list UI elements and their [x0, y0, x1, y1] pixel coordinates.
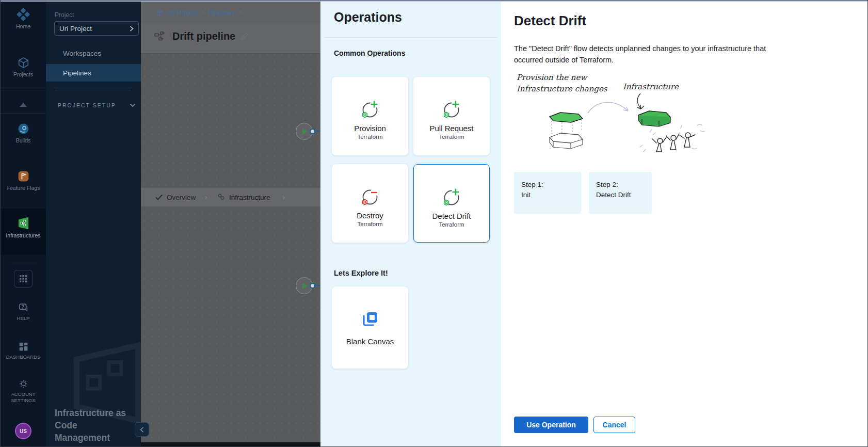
sidebar-divider — [1, 113, 46, 114]
gear-icon — [18, 378, 29, 389]
project-setup-label: PROJECT SETUP — [58, 102, 116, 108]
breadcrumb-pipelines[interactable]: Pipelines — [208, 9, 235, 17]
cancel-button[interactable]: Cancel — [593, 417, 635, 433]
play-icon — [302, 283, 308, 289]
chevron-down-icon — [130, 103, 136, 107]
sidebar-item-account-settings[interactable]: ACCOUNT SETTINGS — [1, 378, 46, 404]
detail-description: The "Detect Drift" flow detects unplanne… — [514, 43, 795, 66]
infrastructure-hexagon — [638, 111, 670, 126]
sidebar-divider — [9, 264, 38, 264]
chevron-right-icon: › — [282, 193, 285, 201]
sidebar-item-dashboards[interactable]: DASHBOARDS — [1, 341, 46, 360]
nav-item-pipelines[interactable]: Pipelines — [46, 64, 141, 82]
tab-overview[interactable]: Overview — [155, 194, 196, 201]
canvas-bottom-strip — [141, 442, 320, 447]
project-selector[interactable]: Uri Project — [54, 21, 139, 36]
operation-subtitle: Terraform — [439, 221, 464, 228]
breadcrumb-project[interactable]: Uri Project — [167, 9, 198, 17]
celebrating-figures — [652, 133, 695, 152]
nav-item-workspaces[interactable]: Workspaces — [46, 44, 141, 62]
edit-pencil-icon[interactable] — [240, 32, 249, 41]
provision-terraform-icon — [359, 99, 381, 120]
nav-item-label: Workspaces — [63, 50, 101, 57]
project-section-label: Project — [55, 11, 74, 19]
project-cube-icon — [156, 9, 164, 17]
operations-panel: Operations Common Operations Provision T… — [320, 1, 501, 447]
help-icon — [18, 302, 29, 313]
confetti-marks — [640, 124, 704, 152]
sidebar-item-infrastructures[interactable]: Infrastructures — [1, 216, 46, 239]
home-icon — [17, 8, 30, 21]
step-label: Step 1: — [521, 180, 574, 190]
sidebar-item-label: Feature Flags — [7, 185, 40, 191]
chevron-up-icon — [20, 103, 27, 107]
operation-card-provision[interactable]: Provision Terraform — [332, 77, 408, 155]
detail-title: Detect Drift — [514, 13, 586, 29]
sidebar-item-label: Builds — [16, 137, 31, 144]
operation-name: Detect Drift — [432, 212, 471, 220]
sidebar-item-label: Home — [16, 23, 30, 30]
project-nav: Project Uri Project Workspaces Pipelines… — [46, 1, 141, 447]
sidebar-item-label: Infrastructures — [6, 232, 40, 239]
app-window: Home Projects Builds Feature — [0, 0, 868, 447]
sidebar-item-builds[interactable]: Builds — [1, 122, 46, 144]
sidebar-user-avatar[interactable]: US — [1, 423, 46, 439]
use-operation-button[interactable]: Use Operation — [514, 417, 588, 433]
check-icon — [155, 194, 163, 200]
infrastructures-icon — [17, 216, 30, 230]
nav-divider — [55, 90, 131, 90]
operation-card-blank-canvas[interactable]: Blank Canvas — [332, 286, 408, 369]
play-icon — [302, 129, 308, 135]
chevron-right-icon — [130, 26, 134, 31]
operation-card-pull-request[interactable]: Pull Request Terraform — [413, 77, 490, 155]
sidebar-item-home[interactable]: Home — [1, 8, 46, 30]
sidebar-item-label: ACCOUNT SETTINGS — [6, 391, 40, 404]
step-value: Detect Drift — [596, 190, 645, 200]
sidebar-item-label: Projects — [13, 71, 33, 78]
pipeline-title: Drift pipeline — [172, 30, 235, 42]
sidebar-item-feature-flags[interactable]: Feature Flags — [1, 170, 46, 191]
feature-flags-icon — [17, 170, 30, 183]
step-value: Init — [521, 190, 574, 200]
sidebar-divider — [1, 90, 46, 90]
operation-subtitle: Terraform — [357, 221, 382, 227]
sidebar-module-picker[interactable] — [1, 270, 46, 288]
operation-name: Provision — [354, 124, 386, 133]
sidebar-item-projects[interactable]: Projects — [1, 56, 46, 78]
operation-card-detect-drift[interactable]: Detect Drift Terraform — [413, 164, 490, 243]
common-operations-title: Common Operations — [334, 49, 405, 57]
illustration-caption: Provision the new — [517, 73, 588, 82]
tab-label: Overview — [167, 194, 196, 201]
tab-label: Infrastructure — [229, 194, 270, 201]
window-top-accent — [1, 1, 868, 2]
pipeline-icon — [154, 31, 168, 42]
nav-item-label: Pipelines — [63, 69, 91, 77]
step-box-2: Step 2: Detect Drift — [589, 172, 652, 214]
project-selector-value: Uri Project — [59, 25, 92, 33]
projects-icon — [17, 56, 30, 69]
sidebar-item-label: DASHBOARDS — [6, 354, 41, 360]
pipeline-canvas: Uri Project > Pipelines > Drift pipeline — [141, 1, 320, 447]
dashboards-icon — [18, 341, 29, 352]
module-sidebar: Home Projects Builds Feature — [1, 1, 46, 447]
sidebar-item-help[interactable]: HELP — [1, 302, 46, 322]
operation-subtitle: Terraform — [357, 134, 382, 140]
stage-tab-bar: Overview › Infrastructure › — [141, 187, 320, 207]
illustration-caption: Infrastructure — [623, 82, 679, 91]
pipeline-title-row: Drift pipeline — [154, 30, 249, 42]
tab-infrastructure[interactable]: Infrastructure — [217, 194, 270, 201]
breadcrumb-separator: > — [201, 9, 205, 17]
module-title: Infrastructure as Code Management — [55, 407, 132, 444]
avatar: US — [15, 423, 31, 439]
chevron-right-icon: › — [205, 193, 207, 201]
project-setup-toggle[interactable]: PROJECT SETUP — [46, 99, 141, 112]
grid-icon — [14, 270, 33, 288]
detect-drift-detail-panel: Detect Drift The "Detect Drift" flow det… — [501, 1, 868, 447]
sidebar-scroll-up[interactable] — [1, 103, 46, 107]
infrastructure-tab-icon — [217, 194, 225, 201]
explore-title: Lets Explore It! — [334, 269, 388, 277]
drift-illustration: Provision the new Infrastructure changes… — [510, 68, 717, 163]
nav-collapse-button[interactable] — [135, 422, 149, 437]
operation-card-destroy[interactable]: Destroy Terraform — [332, 164, 408, 243]
operation-name: Pull Request — [429, 124, 473, 133]
